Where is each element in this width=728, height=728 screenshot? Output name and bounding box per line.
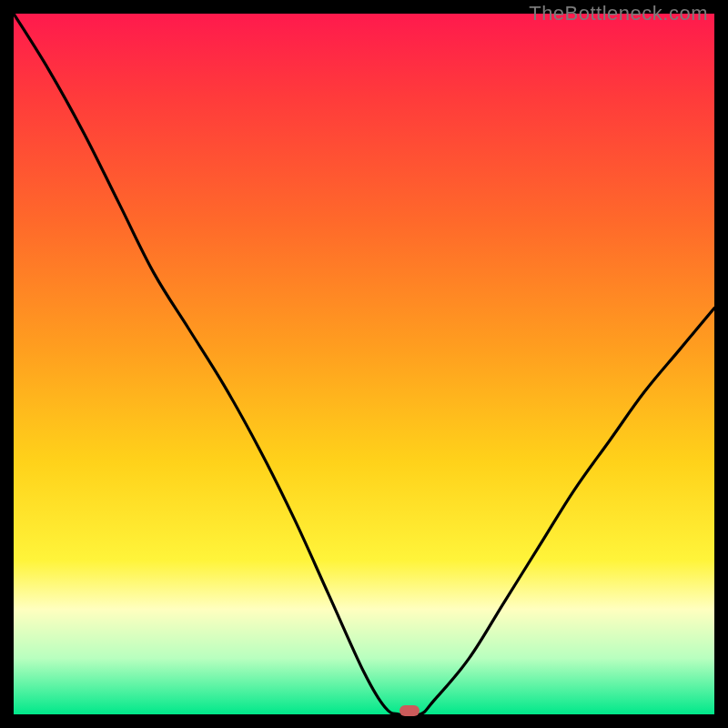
- bottleneck-curve: [14, 14, 714, 714]
- chart-frame: TheBottleneck.com: [0, 0, 728, 728]
- watermark-text: TheBottleneck.com: [529, 2, 708, 25]
- chart-plot-area: [14, 14, 714, 714]
- optimal-point-marker: [399, 705, 420, 716]
